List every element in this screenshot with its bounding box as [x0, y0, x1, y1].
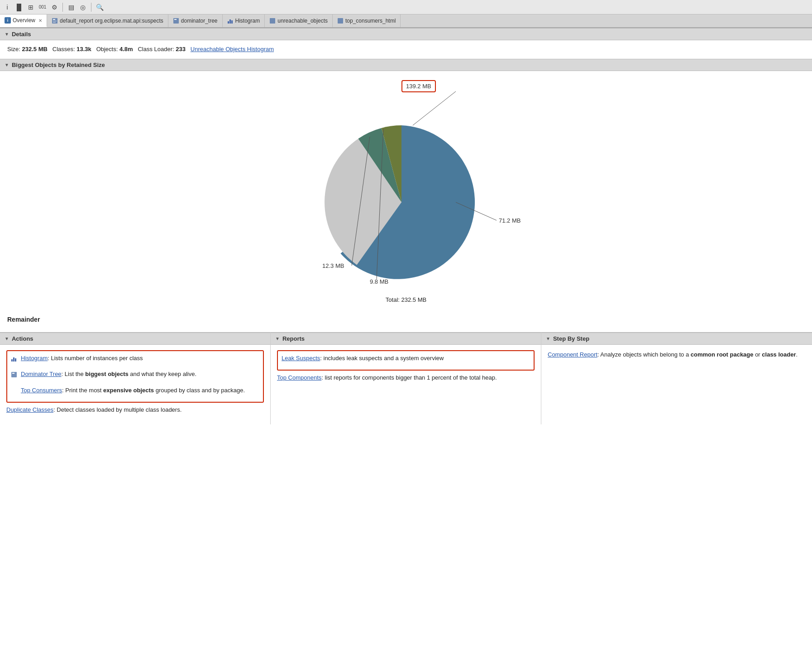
chart-total-label: Total: 232.5 MB: [386, 296, 426, 303]
actions-panel: ▼ Actions Histogram: Lists number of ins…: [0, 333, 271, 424]
top-consumers-desc-after: grouped by class and by package.: [154, 387, 245, 394]
actions-dominator-item: Dominator Tree: List the biggest objects…: [11, 370, 259, 381]
objects-value: 4.8m: [119, 46, 133, 52]
component-report-middle: or: [754, 351, 762, 358]
tab-histogram-label: Histogram: [235, 18, 260, 24]
histogram-link[interactable]: Histogram: [21, 355, 48, 362]
tab-dominator-tree[interactable]: dominator_tree: [168, 14, 223, 27]
duplicate-classes-text: Duplicate Classes: Detect classes loaded…: [6, 405, 182, 414]
tab-unreachable-objects[interactable]: unreachable_objects: [265, 14, 333, 27]
tab-histogram-icon: [227, 18, 234, 24]
pie-chart-svg: 12.3 MB 9.8 MB 71.2 MB: [279, 76, 533, 284]
pie-label-12mb: 12.3 MB: [322, 262, 344, 269]
classloader-label: Class Loader:: [138, 46, 174, 52]
tab-icon-i: i: [5, 17, 11, 24]
tab-dominator-tree-label: dominator_tree: [181, 18, 218, 24]
component-report-bold1: common root package: [691, 351, 754, 358]
svg-rect-10: [338, 18, 343, 24]
svg-rect-14: [11, 372, 17, 377]
step-section-label: Step By Step: [553, 335, 589, 342]
top-components-desc: : list reports for components bigger tha…: [321, 374, 497, 381]
dominator-text: Dominator Tree: List the biggest objects…: [21, 370, 196, 379]
leak-suspects-link[interactable]: Leak Suspects: [282, 355, 320, 362]
barchart-icon[interactable]: ▐▌: [14, 3, 24, 12]
top-consumers-desc-before: : Print the most: [62, 387, 103, 394]
reports-highlighted-box: Leak Suspects: includes leak suspects an…: [277, 350, 535, 371]
tab-default-report-label: default_report org.eclipse.mat.api:suspe…: [60, 18, 163, 24]
info-icon[interactable]: i: [3, 3, 12, 12]
reports-section-label: Reports: [282, 335, 305, 342]
svg-rect-6: [228, 21, 229, 24]
component-report-link[interactable]: Component Report: [548, 351, 597, 358]
top-consumers-link[interactable]: Top Consumers: [21, 387, 62, 394]
details-content: Size: 232.5 MB Classes: 13.3k Objects: 4…: [0, 40, 812, 59]
layout-icon[interactable]: ▤: [67, 3, 76, 12]
table-icon[interactable]: 001: [38, 3, 47, 12]
coins-icon[interactable]: ◎: [78, 3, 87, 12]
toolbar-separator: [62, 3, 63, 12]
top-components-link[interactable]: Top Components: [277, 374, 321, 381]
histogram-desc: : Lists number of instances per class: [48, 355, 143, 362]
size-value: 232.5 MB: [22, 46, 48, 52]
tab-overview-label: Overview: [13, 17, 35, 24]
grid-icon[interactable]: ⊞: [26, 3, 35, 12]
step-section-header[interactable]: ▼ Step By Step: [541, 333, 812, 345]
details-section-header[interactable]: ▼ Details: [0, 28, 812, 40]
component-report-text: Component Report: Analyze objects which …: [548, 350, 798, 359]
step-by-step-panel: ▼ Step By Step Component Report: Analyze…: [541, 333, 812, 424]
chart-wrap: 139.2 MB: [7, 76, 805, 303]
tab-overview[interactable]: i Overview ✕: [0, 14, 47, 27]
classloader-value: 233: [176, 46, 186, 52]
objects-label: Objects:: [96, 46, 118, 52]
chart-section: 139.2 MB: [0, 71, 812, 312]
top-consumers-desc-bold: expensive objects: [103, 387, 154, 394]
details-section-label: Details: [12, 31, 31, 38]
gear-icon[interactable]: ⚙: [50, 3, 59, 12]
top-components-text: Top Components: list reports for compone…: [277, 373, 497, 382]
tab-default-report[interactable]: default_report org.eclipse.mat.api:suspe…: [47, 14, 168, 27]
tab-bar: i Overview ✕ default_report org.eclipse.…: [0, 14, 812, 28]
pie-leader-line-1: [413, 91, 456, 125]
chart-total: Total: 232.5 MB: [386, 296, 426, 303]
actions-section-header[interactable]: ▼ Actions: [0, 333, 270, 345]
reports-panel: ▼ Reports Leak Suspects: includes leak s…: [271, 333, 541, 424]
actions-duplicate-classes-item: Duplicate Classes: Detect classes loaded…: [6, 405, 264, 414]
pie-label-9mb: 9.8 MB: [370, 278, 388, 284]
actions-histogram-item: Histogram: Lists number of instances per…: [11, 354, 259, 365]
tab-report-icon: [52, 18, 58, 24]
classes-value: 13.3k: [76, 46, 91, 52]
unreachable-objects-link[interactable]: Unreachable Objects Histogram: [191, 46, 274, 52]
dominator-icon: [11, 371, 17, 381]
svg-rect-2: [53, 21, 57, 21]
svg-rect-1: [53, 19, 55, 20]
search-icon[interactable]: 🔍: [95, 3, 104, 12]
actions-section-label: Actions: [12, 335, 33, 342]
actions-content: Histogram: Lists number of instances per…: [0, 345, 270, 424]
reports-section-header[interactable]: ▼ Reports: [271, 333, 541, 345]
chart-section-header[interactable]: ▼ Biggest Objects by Retained Size: [0, 59, 812, 71]
main-content: ▼ Details Size: 232.5 MB Classes: 13.3k …: [0, 28, 812, 647]
chart-section-label: Biggest Objects by Retained Size: [12, 62, 105, 68]
tab-histogram[interactable]: Histogram: [223, 14, 265, 27]
reports-content: Leak Suspects: includes leak suspects an…: [271, 345, 541, 392]
svg-rect-9: [270, 18, 275, 24]
svg-rect-5: [174, 19, 177, 20]
svg-rect-7: [229, 19, 231, 24]
tab-top-consumers-html-label: top_consumers_html: [345, 18, 396, 24]
actions-arrow-icon: ▼: [5, 336, 9, 341]
component-report-after: .: [796, 351, 798, 358]
tab-top-consumers-html[interactable]: top_consumers_html: [333, 14, 401, 27]
svg-rect-12: [13, 357, 14, 362]
dominator-desc-before: : List the: [62, 371, 86, 377]
tab-overview-close[interactable]: ✕: [38, 18, 42, 23]
step-arrow-icon: ▼: [546, 336, 550, 341]
svg-rect-13: [15, 358, 16, 362]
actions-highlighted-box: Histogram: Lists number of instances per…: [6, 350, 264, 403]
svg-rect-8: [231, 20, 233, 24]
dominator-link[interactable]: Dominator Tree: [21, 371, 62, 377]
bottom-sections: ▼ Actions Histogram: Lists number of ins…: [0, 332, 812, 424]
pie-label-71mb: 71.2 MB: [499, 217, 521, 224]
remainder-label: Remainder: [0, 316, 812, 323]
duplicate-classes-link[interactable]: Duplicate Classes: [6, 406, 53, 413]
details-arrow-icon: ▼: [5, 32, 9, 37]
